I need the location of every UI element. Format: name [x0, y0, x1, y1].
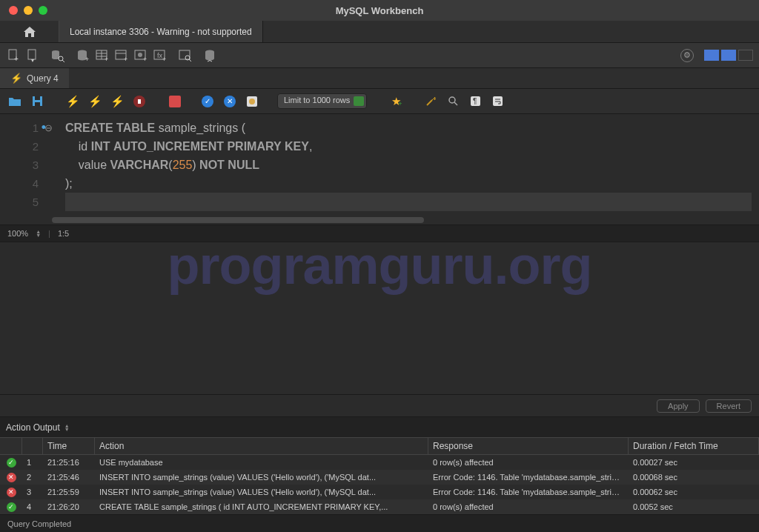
svg-rect-34 [35, 102, 40, 106]
zoom-level: 100% [7, 229, 28, 238]
svg-rect-26 [179, 50, 190, 59]
query-tab[interactable]: ⚡ Query 4 [0, 68, 69, 88]
row-limit-select[interactable]: Limit to 1000 rows [277, 93, 367, 109]
svg-point-37 [249, 99, 255, 104]
save-file-button[interactable] [30, 94, 44, 109]
svg-rect-2 [28, 50, 36, 59]
rollback-button[interactable]: ✕ [222, 94, 237, 109]
search-table-button[interactable] [178, 48, 193, 63]
row-duration: 0.0052 sec [629, 502, 759, 511]
row-response: 0 row(s) affected [428, 458, 629, 467]
revert-button[interactable]: Revert [706, 399, 752, 413]
output-table: Time Action Response Duration / Fetch Ti… [0, 437, 759, 514]
row-action: USE mydatabase [95, 458, 428, 467]
line-gutter: 1 2 3 4 5 [0, 114, 44, 216]
output-row[interactable]: ✕321:25:59INSERT INTO sample_strings (va… [0, 485, 759, 499]
svg-text:+: + [124, 56, 127, 62]
toggle-bottom-panel[interactable] [721, 50, 736, 61]
svg-line-38 [427, 100, 432, 105]
row-action: CREATE TABLE sample_strings ( id INT AUT… [95, 502, 428, 511]
code-area[interactable]: CREATE TABLE sample_strings ( id INT AUT… [58, 114, 759, 216]
output-row[interactable]: ✓121:25:16USE mydatabase0 row(s) affecte… [0, 455, 759, 470]
gear-icon: ⚙ [683, 50, 691, 60]
execute-current-button[interactable]: ⚡ [87, 94, 102, 109]
create-schema-button[interactable]: + [76, 48, 90, 63]
status-icon: ✕ [7, 473, 16, 482]
horizontal-scrollbar[interactable] [0, 216, 759, 225]
zoom-stepper[interactable]: ▲▼ [36, 230, 41, 237]
window-titlebar: MySQL Workbench [0, 0, 759, 21]
execute-button[interactable]: ⚡ [65, 94, 80, 109]
status-text: Query Completed [7, 519, 71, 528]
output-panel-header: Action Output ▲▼ [0, 416, 759, 437]
row-limit-label: Limit to 1000 rows [284, 96, 350, 104]
fold-toggle[interactable]: ⊖ [44, 119, 58, 137]
row-duration: 0.00062 sec [629, 488, 759, 496]
inspector-button[interactable] [50, 48, 65, 63]
create-view-button[interactable]: + [114, 48, 129, 63]
svg-point-39 [449, 97, 455, 103]
sql-editor[interactable]: 1 2 3 4 5 ⊖ CREATE TABLE sample_strings … [0, 114, 759, 216]
home-button[interactable] [0, 21, 59, 42]
apply-button[interactable]: Apply [657, 399, 700, 413]
output-row[interactable]: ✓421:26:20CREATE TABLE sample_strings ( … [0, 499, 759, 514]
create-procedure-button[interactable]: + [133, 48, 148, 63]
svg-text:+: + [85, 56, 89, 62]
svg-point-21 [138, 53, 142, 57]
find-button[interactable] [445, 94, 460, 109]
explain-button[interactable]: ⚡ [110, 94, 125, 109]
svg-text:+: + [162, 56, 166, 62]
row-time: 21:25:59 [43, 488, 95, 496]
row-time: 21:25:46 [43, 473, 95, 482]
toggle-limit-button[interactable] [245, 94, 259, 109]
toggle-invisible-button[interactable]: ¶ [468, 94, 483, 109]
svg-point-5 [52, 56, 59, 59]
commit-button[interactable]: ✓ [200, 94, 215, 109]
svg-text:¶: ¶ [473, 97, 477, 105]
beautify-button[interactable] [423, 94, 438, 109]
row-action: INSERT INTO sample_strings (value) VALUE… [95, 473, 428, 482]
create-function-button[interactable]: fx+ [153, 48, 168, 63]
maximize-window-button[interactable] [39, 6, 47, 15]
output-type-stepper[interactable]: ▲▼ [64, 424, 70, 431]
svg-rect-35 [138, 99, 141, 104]
svg-line-40 [454, 102, 457, 105]
svg-point-31 [205, 56, 214, 60]
create-table-button[interactable]: + [95, 48, 110, 63]
home-icon [23, 26, 36, 38]
svg-text:+: + [105, 56, 108, 62]
col-duration[interactable]: Duration / Fetch Time [629, 438, 759, 454]
favorite-button[interactable]: ★+ [389, 94, 404, 109]
reconnect-button[interactable] [203, 48, 218, 63]
watermark-text: programguru.org [168, 242, 592, 296]
row-response: Error Code: 1146. Table 'mydatabase.samp… [428, 473, 629, 482]
toggle-left-panel[interactable] [704, 50, 719, 61]
result-area: programguru.org [0, 242, 759, 394]
col-time[interactable]: Time [43, 438, 95, 454]
toggle-right-panel[interactable] [738, 50, 753, 61]
status-bar: Query Completed [0, 514, 759, 532]
row-index: 3 [22, 488, 43, 496]
window-title: MySQL Workbench [0, 5, 759, 16]
col-response[interactable]: Response [428, 438, 629, 454]
col-action[interactable]: Action [95, 438, 428, 454]
editor-toolbar: ⚡ ⚡ ⚡ ✓ ✕ Limit to 1000 rows ★+ ¶ [0, 89, 759, 114]
settings-button[interactable]: ⚙ [680, 49, 694, 62]
stop-button[interactable] [132, 94, 147, 109]
output-row[interactable]: ✕221:25:46INSERT INTO sample_strings (va… [0, 470, 759, 485]
row-duration: 0.00068 sec [629, 473, 759, 482]
editor-statusbar: 100% ▲▼ | 1:5 [0, 225, 759, 242]
minimize-window-button[interactable] [24, 6, 33, 15]
open-file-button[interactable] [7, 94, 22, 109]
row-response: 0 row(s) affected [428, 502, 629, 511]
new-sql-file-button[interactable]: + [6, 48, 21, 63]
open-sql-file-button[interactable] [25, 48, 40, 63]
status-icon: ✓ [7, 502, 16, 512]
output-table-header: Time Action Response Duration / Fetch Ti… [0, 437, 759, 455]
close-window-button[interactable] [9, 6, 18, 15]
main-toolbar: + + + + + fx+ ⚙ [0, 43, 759, 68]
wrap-button[interactable] [490, 94, 505, 109]
connection-tab[interactable]: Local instance 3306 - Warning - not supp… [59, 21, 263, 42]
query-tabs: ⚡ Query 4 [0, 68, 759, 89]
toggle-autocommit-button[interactable] [168, 94, 182, 109]
